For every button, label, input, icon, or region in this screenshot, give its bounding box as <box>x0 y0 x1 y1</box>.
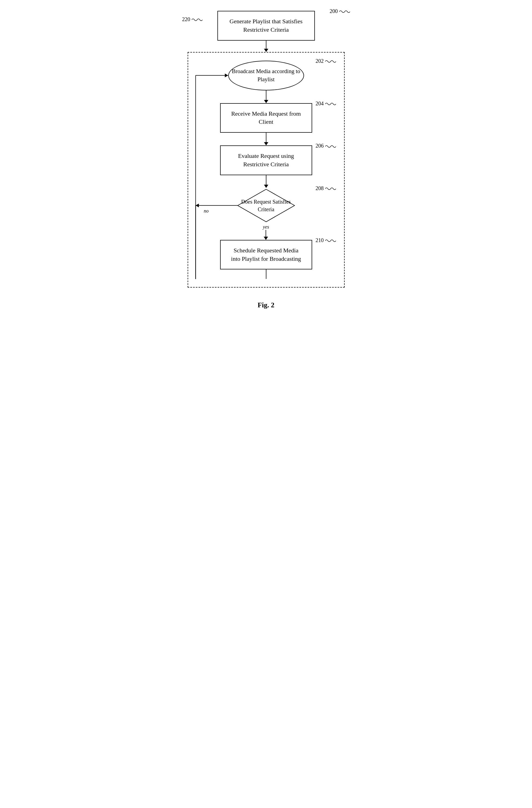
ref-204-label: 204 <box>316 100 336 107</box>
schedule-box-area: 210 Schedule Requested Media into Playli… <box>194 240 339 270</box>
schedule-text: Schedule Requested Media into Playlist f… <box>231 247 301 262</box>
generate-playlist-box: Generate Playlist that Satisfies Restric… <box>217 11 315 41</box>
evaluate-box-area: 206 Evaluate Request using Restrictive C… <box>194 145 339 175</box>
wavy-210 <box>325 238 336 243</box>
ref-202-label: 202 <box>316 58 336 64</box>
dashed-container: 202 Broadcast Media according to Playlis… <box>188 52 345 288</box>
broadcast-area: 202 Broadcast Media according to Playlis… <box>194 61 339 90</box>
generate-playlist-text: Generate Playlist that Satisfies Restric… <box>230 18 302 33</box>
wavy-204 <box>325 101 336 107</box>
diamond-container: 208 no Does Request Satisfies Criteria <box>194 188 339 223</box>
arrow-receive-to-evaluate <box>264 133 268 145</box>
yes-flow: yes <box>263 223 269 240</box>
evaluate-text: Evaluate Request using Restrictive Crite… <box>238 152 294 168</box>
wavy-200 <box>339 9 350 14</box>
evaluate-box: Evaluate Request using Restrictive Crite… <box>220 145 312 175</box>
wavy-206 <box>325 144 336 149</box>
arrow-broadcast-to-receive <box>264 90 268 103</box>
ref-220-label: 220 <box>182 16 202 22</box>
diamond-text: Does Request Satisfies Criteria <box>236 198 296 213</box>
receive-box: Receive Media Request from Client <box>220 103 312 133</box>
schedule-box: Schedule Requested Media into Playlist f… <box>220 240 312 270</box>
ref-210-label: 210 <box>316 237 336 243</box>
wavy-208 <box>325 186 336 191</box>
broadcast-text: Broadcast Media according to Playlist <box>229 68 304 84</box>
diamond-shape: Does Request Satisfies Criteria <box>236 188 296 223</box>
page-container: 220 200 Generate Playlist that Satisfies… <box>177 11 355 309</box>
ref-208-label: 208 <box>316 185 336 191</box>
ref-200-label: 200 <box>330 8 350 14</box>
bottom-connector <box>266 270 267 279</box>
arrow-generate-to-broadcast <box>264 41 268 52</box>
arrow-evaluate-to-diamond <box>264 175 268 188</box>
no-label: no <box>204 208 209 214</box>
generate-playlist-area: 220 200 Generate Playlist that Satisfies… <box>177 11 355 41</box>
arrow-yes-down <box>264 230 268 240</box>
yes-label: yes <box>263 224 269 230</box>
figure-label: Fig. 2 <box>257 301 274 309</box>
ref-206-label: 206 <box>316 143 336 149</box>
receive-box-area: 204 Receive Media Request from Client <box>194 103 339 133</box>
wavy-202 <box>325 59 336 64</box>
wavy-220 <box>192 17 202 22</box>
receive-text: Receive Media Request from Client <box>231 110 301 125</box>
broadcast-ellipse: Broadcast Media according to Playlist <box>228 61 304 90</box>
